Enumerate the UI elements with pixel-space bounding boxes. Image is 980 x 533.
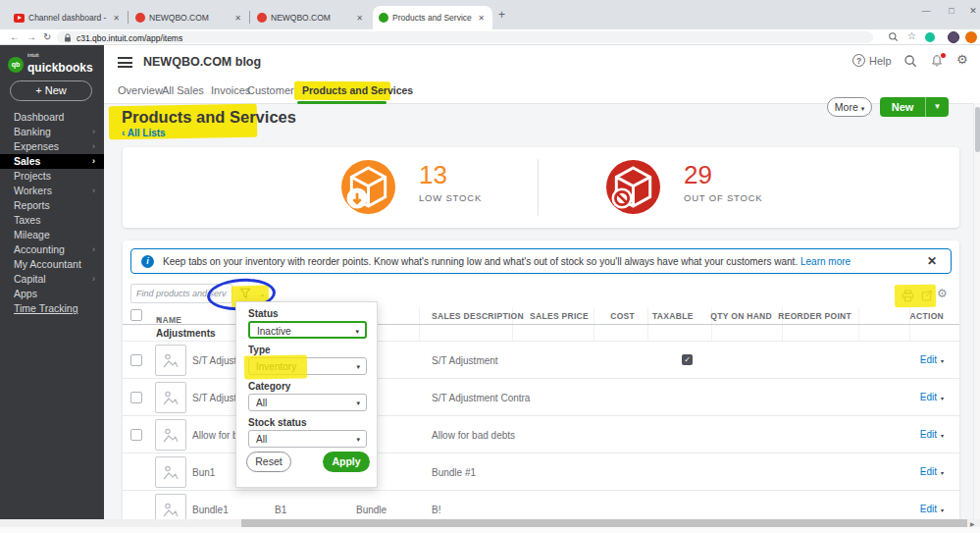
sidebar-item-mileage[interactable]: Mileage: [0, 228, 104, 242]
browser-tab-youtube[interactable]: Channel dashboard - YouTube S ✕: [8, 6, 128, 29]
select-all-checkbox[interactable]: [130, 309, 142, 321]
edit-button[interactable]: Edit▾: [920, 466, 944, 477]
sidebar-item-reports[interactable]: Reports: [0, 198, 104, 213]
caret-down-icon: ▾: [861, 105, 865, 112]
tab-invoices[interactable]: Invoices: [211, 84, 250, 96]
gear-icon[interactable]: ⚙: [956, 52, 968, 67]
bookmark-star-icon[interactable]: ☆: [907, 30, 916, 41]
taxable-checked-checkbox[interactable]: ✓: [682, 354, 693, 365]
new-tab-button[interactable]: +: [498, 8, 505, 22]
sidebar-item-banking[interactable]: Banking›: [0, 125, 104, 139]
brand-intuit: intuit: [27, 53, 93, 58]
forward-icon[interactable]: →: [26, 31, 36, 42]
row-checkbox[interactable]: [130, 392, 142, 403]
tab-close-icon[interactable]: ✕: [111, 14, 122, 23]
category-label: Category: [248, 381, 290, 392]
row-checkbox[interactable]: [130, 429, 142, 441]
hamburger-menu-icon[interactable]: [118, 57, 132, 71]
tab-separator: [249, 11, 250, 24]
avatar[interactable]: [948, 31, 959, 43]
column-header-sales-price[interactable]: SALES PRICE: [530, 311, 589, 321]
status-select[interactable]: Inactive▾: [248, 321, 367, 339]
more-button[interactable]: More ▾: [827, 97, 872, 117]
sidebar-item-apps[interactable]: Apps: [0, 287, 104, 301]
caret-down-icon[interactable]: ▼: [925, 97, 949, 117]
row-checkbox[interactable]: [130, 354, 142, 366]
lock-icon: [64, 33, 72, 42]
sidebar-item-my-accountant[interactable]: My Accountant: [0, 257, 104, 272]
reset-button[interactable]: Reset: [246, 452, 291, 472]
horizontal-scrollbar[interactable]: ▶: [0, 519, 980, 527]
sidebar-item-workers[interactable]: Workers›: [0, 184, 104, 198]
extension-icon[interactable]: [925, 32, 935, 42]
new-item-button[interactable]: New ▼: [880, 97, 949, 117]
caret-down-icon[interactable]: ▾: [941, 433, 944, 439]
zoom-icon[interactable]: [888, 31, 899, 42]
stock-stats-card: 13 LOW STOCK 29 OUT OF STOCK: [123, 147, 959, 228]
back-icon[interactable]: ←: [10, 31, 20, 42]
browser-window: Channel dashboard - YouTube S ✕ NEWQBO.C…: [0, 0, 980, 533]
refresh-icon[interactable]: ↻: [43, 31, 51, 42]
column-header-cost[interactable]: COST: [610, 311, 635, 321]
edit-button[interactable]: Edit▾: [920, 392, 944, 402]
product-image-placeholder: [155, 382, 186, 413]
edit-button[interactable]: Edit▾: [920, 429, 944, 440]
stock-status-label: Stock status: [248, 417, 306, 428]
apply-button[interactable]: Apply: [323, 452, 370, 472]
edit-button[interactable]: Edit▾: [920, 354, 944, 365]
sidebar-item-accounting[interactable]: Accounting›: [0, 242, 104, 257]
caret-down-icon[interactable]: ▾: [941, 396, 944, 401]
learn-more-link[interactable]: Learn more: [800, 256, 851, 267]
tab-close-icon[interactable]: ✕: [476, 14, 487, 23]
sidebar-item-expenses[interactable]: Expenses›: [0, 139, 104, 154]
product-image-placeholder: [155, 494, 186, 519]
help-button[interactable]: ? Help: [852, 54, 892, 67]
sidebar-item-dashboard[interactable]: Dashboard: [0, 110, 104, 125]
sidebar-new-button[interactable]: + New: [10, 80, 92, 101]
low-stock-icon[interactable]: [341, 160, 395, 214]
scrollbar-thumb[interactable]: [241, 519, 967, 527]
tab-close-icon[interactable]: ✕: [232, 14, 243, 23]
sidebar-item-taxes[interactable]: Taxes: [0, 213, 104, 228]
tab-customers[interactable]: Customers: [247, 84, 299, 96]
window-maximize-button[interactable]: □: [941, 2, 962, 20]
caret-down-icon[interactable]: ▾: [941, 358, 944, 364]
profile-icon[interactable]: [965, 31, 977, 43]
sidebar-item-time-tracking[interactable]: Time Tracking: [0, 301, 104, 316]
column-header-sales-description[interactable]: SALES DESCRIPTION: [432, 311, 524, 321]
browser-tab-newqbo-1[interactable]: NEWQBO.COM ✕: [129, 6, 249, 29]
caret-down-icon: ▾: [355, 328, 359, 336]
out-of-stock-icon[interactable]: [606, 160, 660, 214]
tab-products-and-services[interactable]: Products and Services: [302, 84, 413, 96]
table-settings-icon[interactable]: ⚙: [937, 287, 948, 300]
column-header-taxable[interactable]: TAXABLE: [652, 311, 694, 321]
browser-tab-active[interactable]: Products and Services ✕: [373, 6, 492, 29]
tab-close-icon[interactable]: ✕: [354, 14, 365, 23]
window-close-button[interactable]: ✕: [962, 2, 980, 20]
sales-description: S/T Adjustment Contra: [432, 393, 530, 403]
column-header-reorder-point[interactable]: REORDER POINT: [778, 311, 851, 321]
chevron-left-icon: ‹: [122, 128, 125, 138]
scroll-right-arrow[interactable]: ▶: [970, 520, 975, 527]
search-icon[interactable]: [903, 54, 917, 68]
sidebar-item-projects[interactable]: Projects: [0, 169, 104, 184]
scrollbar-thumb[interactable]: [975, 107, 980, 152]
window-minimize-button[interactable]: —: [915, 2, 937, 20]
vertical-scrollbar[interactable]: [973, 103, 980, 519]
tab-overview[interactable]: Overview: [118, 84, 163, 96]
stock-status-select[interactable]: All▾: [248, 430, 367, 448]
caret-down-icon[interactable]: ▾: [941, 507, 944, 513]
column-header-qty-on-hand[interactable]: QTY ON HAND: [710, 311, 772, 321]
address-bar[interactable]: c31.qbo.intuit.com/app/items: [57, 31, 873, 43]
caret-down-icon[interactable]: ▾: [941, 470, 944, 476]
sidebar-item-sales[interactable]: Sales›: [0, 154, 104, 169]
browser-tab-newqbo-2[interactable]: NEWQBO.COM ✕: [251, 6, 371, 29]
tab-all-sales[interactable]: All Sales: [162, 84, 204, 96]
all-lists-link[interactable]: ‹ All Lists: [122, 128, 166, 138]
site-favicon: [135, 13, 145, 23]
site-favicon: [257, 13, 267, 23]
edit-button[interactable]: Edit▾: [920, 504, 944, 514]
close-icon[interactable]: ✕: [927, 254, 937, 268]
category-select[interactable]: All▾: [248, 394, 367, 411]
sidebar-item-capital[interactable]: Capital›: [0, 272, 104, 287]
